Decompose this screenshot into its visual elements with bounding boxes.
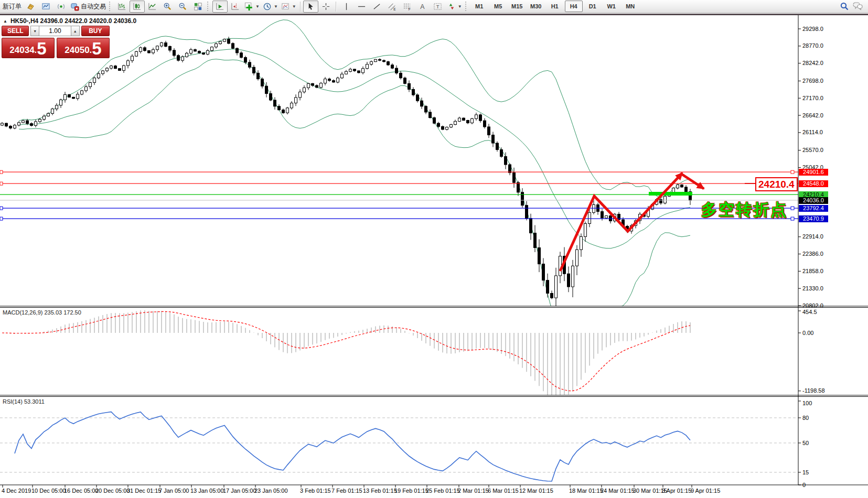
cursor-button[interactable] [303,1,318,13]
volume-increase-button[interactable]: ▲ [71,26,80,36]
price-tick-label: 22914.0 [802,233,823,240]
buy-button[interactable]: BUY [81,26,110,36]
line-chart-button[interactable] [145,1,160,13]
signals-button[interactable] [53,1,69,13]
arrows-button[interactable]: ▼ [445,1,464,13]
price-level-badge: 24548.0 [799,180,828,187]
main-toolbar: 新订单 自动交易 [0,0,868,13]
arrows-icon [447,2,456,11]
bar-chart-icon [117,2,126,11]
time-axis-label: 3 Feb 01:15 [300,488,331,494]
time-axis-label: 13 Feb 01:15 [363,488,397,494]
text-button[interactable]: A [415,1,430,13]
timeframe-M15[interactable]: M15 [508,1,526,12]
price-tick-label: 25570.0 [802,147,823,153]
timeframe-toolbar: M1M5M15M30H1H4D1W1MN [470,1,639,12]
rsi-tick-label: 0 [802,482,806,488]
zoom-in-button[interactable] [160,1,175,13]
price-tick-label: 28770.0 [802,42,823,49]
symbol-ohlc-label: HK50-,H4 24396.0 24422.0 24020.0 24036.0 [10,17,136,25]
svg-text:E: E [393,7,396,10]
macd-tick-label: 0.00 [802,330,813,336]
collapse-one-click-icon[interactable]: ▲ [3,19,7,24]
periods-button[interactable]: ▼ [261,1,280,13]
indicators-button[interactable]: ▼ [243,1,261,13]
new-order-button[interactable]: 新订单 [1,1,23,13]
equidistant-channel-button[interactable]: E [384,1,400,13]
tile-windows-button[interactable] [190,1,206,13]
trendline-button[interactable] [369,1,384,13]
toolbar-separator [336,2,337,12]
price-tick-label: 21858.0 [802,268,823,274]
zoom-out-icon [178,2,187,11]
macd-tick-label: -1198.58 [802,387,825,394]
toolbar-grip [207,2,210,11]
templates-icon [281,2,290,11]
volume-input[interactable] [39,26,71,36]
price-tick-label: 28242.0 [802,60,823,66]
search-icon[interactable] [840,2,849,11]
auto-scroll-button[interactable] [212,1,228,13]
timeframe-H4[interactable]: H4 [565,1,583,12]
sell-price-button[interactable]: 24034.5 [2,38,55,58]
price-level-badge: 23470.9 [799,215,828,222]
time-axis-label: 2 Mar 01:15 [458,488,489,494]
timeframe-W1[interactable]: W1 [603,1,620,12]
auto-trading-button[interactable]: 自动交易 [69,1,108,13]
sell-price-main: 24034 [9,44,34,57]
price-tick-label: 26642.0 [802,112,823,118]
volume-decrease-button[interactable]: ▼ [30,26,39,36]
timeframe-M30[interactable]: M30 [527,1,545,12]
crosshair-button[interactable] [318,1,334,13]
sell-button[interactable]: SELL [2,26,29,36]
crosshair-icon [322,2,330,11]
rsi-tick-label: 100 [802,400,812,406]
buy-price-pip: 5 [92,41,101,57]
time-axis-label: 20 Dec 05:00 [95,488,130,494]
profiles-button[interactable] [38,1,53,13]
time-axis-label: 10 Dec 05:00 [31,488,66,494]
vertical-line-icon [342,2,351,11]
text-label-icon: T [433,2,442,11]
chart-title: ▲ HK50-,H4 24396.0 24422.0 24020.0 24036… [3,17,136,25]
time-axis-label: 16 Dec 05:00 [64,488,98,494]
time-axis-label: 31 Dec 01:15 [127,488,161,494]
equidistant-channel-icon: E [388,2,397,11]
indicators-icon [244,2,253,11]
tile-windows-icon [194,2,202,11]
new-chart-icon [26,2,35,11]
time-axis-label: 17 Jan 05:00 [223,488,256,494]
chevron-down-icon: ▼ [274,4,278,9]
candlestick-chart-button[interactable] [130,1,145,13]
price-chart-canvas[interactable] [0,0,868,498]
price-tick-label: 21330.0 [802,285,823,291]
buy-price-button[interactable]: 24050.5 [57,38,110,58]
time-axis-label: 24 Mar 01:15 [601,488,635,494]
templates-button[interactable]: ▼ [280,1,298,13]
candlestick-chart-icon [133,2,142,11]
text-label-button[interactable]: T [430,1,445,13]
zoom-out-button[interactable] [175,1,190,13]
fibonacci-button[interactable]: F [400,1,415,13]
timeframe-D1[interactable]: D1 [584,1,602,12]
horizontal-line-icon [357,2,366,11]
chart-shift-button[interactable] [228,1,243,13]
timeframe-M1[interactable]: M1 [470,1,488,12]
bar-chart-button[interactable] [114,1,130,13]
time-axis-label: 7 Feb 01:15 [331,488,362,494]
vertical-line-button[interactable] [339,1,354,13]
auto-trading-icon [70,2,79,11]
time-axis-label: 6 Mar 01:15 [488,488,519,494]
timeframe-H1[interactable]: H1 [546,1,564,12]
rsi-tick-label: 80 [802,415,809,421]
sell-price-pip: 5 [37,41,46,57]
time-axis-label: 23 Jan 05:00 [254,488,288,494]
rsi-tick-label: 15 [802,469,809,475]
chat-icon[interactable] [852,2,863,11]
price-callout-box: 24210.4 [755,177,798,191]
horizontal-line-button[interactable] [354,1,369,13]
time-axis-label: 25 Feb 01:15 [426,488,460,494]
timeframe-M5[interactable]: M5 [489,1,507,12]
new-chart-button[interactable] [23,1,38,13]
timeframe-MN[interactable]: MN [621,1,639,12]
